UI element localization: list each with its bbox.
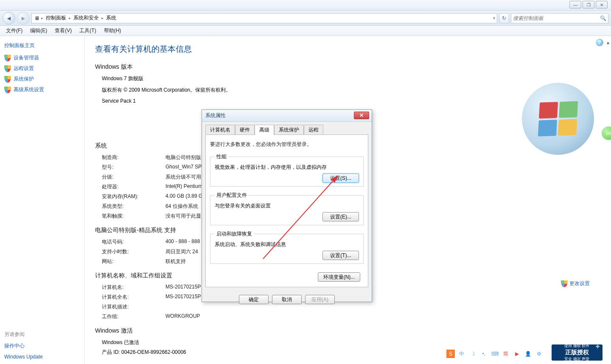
star-icon: ✦ — [594, 342, 601, 351]
ime-keyboard-icon[interactable]: ⌨ — [490, 350, 499, 358]
ime-sogou-icon[interactable]: S — [446, 350, 455, 358]
nav-forward-button[interactable]: ► — [17, 12, 30, 25]
dialog-close-button[interactable]: ✕ — [354, 112, 369, 119]
ime-moon-icon[interactable]: ☽ — [468, 350, 477, 358]
change-settings-link[interactable]: 更改设置 — [561, 280, 590, 287]
performance-legend: 性能 — [215, 153, 228, 160]
rating-label: 分级: — [102, 174, 165, 181]
startup-desc: 系统启动、系统失败和调试信息 — [215, 241, 359, 248]
sidebar-item-label: 设备管理器 — [14, 54, 39, 62]
chevron-right-icon: ▸ — [69, 16, 71, 20]
search-icon[interactable]: 🔍 — [600, 15, 606, 21]
sidebar-item-advanced[interactable]: 高级系统设置 — [4, 86, 80, 93]
ime-jian-icon[interactable]: 简 — [502, 350, 510, 358]
nav-back-button[interactable]: ◄ — [3, 12, 15, 25]
tab-computer-name[interactable]: 计算机名 — [205, 125, 235, 135]
startup-group: 启动和故障恢复 系统启动、系统失败和调试信息 设置(T)... — [210, 230, 364, 264]
ime-punct-icon[interactable]: •, — [479, 350, 488, 358]
ram-label: 安装内存(RAM): — [102, 193, 165, 200]
hours-value: 周日至周六 24 — [165, 248, 198, 255]
ok-button[interactable]: 确定 — [239, 295, 269, 304]
genuine-badge[interactable]: ✦ 使用 微软 软件 正版授权 安全 稳定 声誉 — [552, 344, 603, 361]
tab-remote[interactable]: 远程 — [304, 125, 323, 135]
window-titlebar: — ❐ ✕ — [0, 0, 611, 11]
help-icon[interactable]: ? — [596, 39, 603, 46]
userprofile-settings-button[interactable]: 设置(E)... — [322, 212, 359, 221]
apply-button[interactable]: 应用(A) — [305, 295, 335, 304]
systype-label: 系统类型: — [102, 203, 165, 210]
shield-icon — [4, 76, 11, 83]
menu-edit[interactable]: 编辑(E) — [27, 26, 50, 35]
site-link[interactable]: 联机支持 — [165, 258, 186, 265]
environment-variables-button[interactable]: 环境变量(N)... — [318, 272, 360, 282]
model-value: Ghost_Win7 SP — [165, 164, 202, 171]
chevron-right-icon: ▸ — [41, 16, 43, 20]
search-input[interactable] — [513, 15, 600, 21]
cancel-button[interactable]: 取消 — [272, 295, 302, 304]
workgroup-label: 工作组: — [102, 313, 165, 320]
scroll-up-icon[interactable]: ▴ — [605, 39, 611, 46]
model-label: 型号: — [102, 164, 165, 171]
ime-zhong-icon[interactable]: 中 — [457, 350, 466, 358]
tab-protection[interactable]: 系统保护 — [274, 125, 304, 135]
sidebar-home-link[interactable]: 控制面板主页 — [4, 42, 80, 49]
window-close-button[interactable]: ✕ — [596, 1, 608, 8]
search-box[interactable]: 🔍 — [511, 13, 608, 23]
sidebar-item-protection[interactable]: 系统保护 — [4, 76, 80, 83]
activation-heading: Windows 激活 — [95, 327, 603, 335]
refresh-button[interactable]: ↻ — [499, 13, 509, 23]
breadcrumb-bar[interactable]: 🖥 ▸ 控制面板 ▸ 系统和安全 ▸ 系统 ▾ — [31, 13, 497, 23]
ime-gear-icon[interactable]: ⚙ — [535, 350, 543, 358]
systype-value: 64 位操作系统 — [165, 203, 198, 210]
ime-video-icon[interactable]: ▶ — [513, 350, 521, 358]
pen-label: 笔和触摸: — [102, 213, 165, 220]
performance-settings-button[interactable]: 设置(S)... — [322, 174, 359, 183]
menu-tools[interactable]: 工具(T) — [76, 26, 99, 35]
site-label: 网站: — [102, 258, 165, 265]
menu-help[interactable]: 帮助(H) — [101, 26, 125, 35]
phone-value: 400 - 888 - 888 — [165, 238, 200, 246]
page-title: 查看有关计算机的基本信息 — [95, 44, 603, 55]
chevron-down-icon[interactable]: ▾ — [493, 16, 495, 20]
processor-value: Intel(R) Pentium — [165, 183, 202, 190]
shield-icon — [4, 65, 11, 72]
sidebar: 控制面板主页 设备管理器 远程设置 系统保护 高级系统设置 另请参阅 操作中心 … — [0, 36, 85, 364]
windows-logo — [522, 83, 594, 155]
computer-name-label: 计算机名: — [102, 284, 165, 291]
see-also-action-center[interactable]: 操作中心 — [4, 342, 80, 350]
see-also-heading: 另请参阅 — [4, 331, 80, 338]
ime-person-icon[interactable]: 👤 — [524, 350, 532, 358]
edition-value: Windows 7 旗舰版 — [102, 75, 603, 82]
processor-label: 处理器: — [102, 183, 165, 190]
sidebar-item-label: 高级系统设置 — [14, 86, 44, 93]
breadcrumb-item[interactable]: 系统 — [104, 14, 118, 22]
startup-legend: 启动和故障恢复 — [215, 230, 254, 238]
sidebar-item-remote[interactable]: 远程设置 — [4, 65, 80, 72]
rating-link[interactable]: 系统分级不可用 — [165, 174, 201, 181]
computer-icon: 🖥 — [34, 15, 40, 22]
menu-bar: 文件(F) 编辑(E) 查看(V) 工具(T) 帮助(H) — [0, 26, 611, 36]
pen-value: 没有可用于此显 — [165, 213, 201, 220]
tab-hardware[interactable]: 硬件 — [235, 125, 255, 135]
startup-settings-button[interactable]: 设置(T)... — [322, 251, 359, 260]
breadcrumb-item[interactable]: 系统和安全 — [72, 14, 101, 22]
breadcrumb-item[interactable]: 控制面板 — [44, 14, 68, 22]
hours-label: 支持小时数: — [102, 248, 165, 255]
window-maximize-button[interactable]: ❐ — [583, 1, 594, 8]
ram-value: 4.00 GB (3.89 G — [165, 193, 202, 200]
copyright-text: 版权所有 © 2009 Microsoft Corporation。保留所有权利… — [102, 87, 603, 94]
shield-icon — [561, 280, 568, 287]
dialog-title[interactable]: 系统属性 — [202, 110, 372, 122]
full-name-value: MS-20170215P — [165, 294, 201, 301]
sidebar-item-device-manager[interactable]: 设备管理器 — [4, 54, 80, 62]
window-minimize-button[interactable]: — — [569, 1, 581, 8]
menu-file[interactable]: 文件(F) — [3, 26, 26, 35]
see-also-windows-update[interactable]: Windows Update — [4, 354, 80, 360]
performance-desc: 视觉效果，处理器计划，内存使用，以及虚拟内存 — [215, 164, 359, 171]
edition-section: Windows 版本 Windows 7 旗舰版 版权所有 © 2009 Mic… — [95, 63, 603, 104]
dialog-tabstrip: 计算机名 硬件 高级 系统保护 远程 — [202, 122, 372, 134]
menu-view[interactable]: 查看(V) — [51, 26, 75, 35]
phone-label: 电话号码: — [102, 238, 165, 246]
tab-advanced[interactable]: 高级 — [255, 125, 274, 135]
workgroup-value: WORKGROUP — [165, 313, 200, 320]
